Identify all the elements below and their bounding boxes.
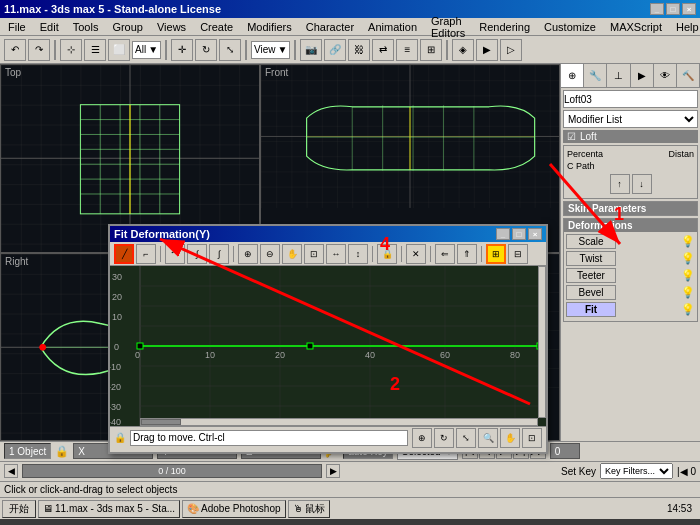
fit-fit2-icon[interactable]: ⊡ [522,428,542,448]
fit-move-icon[interactable]: ⊕ [412,428,432,448]
undo-button[interactable]: ↶ [4,39,26,61]
tab-display[interactable]: 👁 [654,64,677,87]
start-button[interactable]: 开始 [2,500,36,518]
menu-help[interactable]: Help [670,20,700,34]
taskbar-mouse[interactable]: 🖱 鼠标 [288,500,330,518]
fit-mirror-h-button[interactable]: ⇐ [435,244,455,264]
fit-dialog-close[interactable]: × [528,228,542,240]
fit-corner-button[interactable]: ⌐ [136,244,156,264]
fit-status-input[interactable] [130,430,408,446]
fit-pan-icon[interactable]: ✋ [500,428,520,448]
modifier-checkbox[interactable]: ☑ [567,131,576,142]
teeter-light-icon[interactable]: 💡 [681,269,695,282]
window-controls[interactable]: _ □ × [650,3,696,15]
rect-select-button[interactable]: ⬜ [108,39,130,61]
path-up-button[interactable]: ↑ [610,174,630,194]
skin-params-header[interactable]: Skin Parameters [564,202,697,215]
modifier-loft-item[interactable]: ☑ Loft [563,130,698,143]
fit-mirror-v-button[interactable]: ⇑ [457,244,477,264]
mirror-button[interactable]: ⇄ [372,39,394,61]
scale-button[interactable]: ⤡ [219,39,241,61]
rotate-button[interactable]: ↻ [195,39,217,61]
fit-get-shape-button[interactable]: ⊞ [486,244,506,264]
fit-rotate-icon[interactable]: ↻ [434,428,454,448]
bevel-button[interactable]: Bevel [566,285,616,300]
fit-smooth-button[interactable]: 〜 [165,244,185,264]
fit-get-path-button[interactable]: ⊟ [508,244,528,264]
move-button[interactable]: ✛ [171,39,193,61]
fit-curve-button[interactable]: ╱ [114,244,134,264]
menu-views[interactable]: Views [151,20,192,34]
menu-character[interactable]: Character [300,20,360,34]
array-button[interactable]: ⊞ [420,39,442,61]
key-filters-dropdown[interactable]: Key Filters... [600,463,673,479]
unlink-button[interactable]: ⛓ [348,39,370,61]
fit-dialog-maximize[interactable]: □ [512,228,526,240]
menu-create[interactable]: Create [194,20,239,34]
tab-motion[interactable]: ▶ [631,64,654,87]
modifier-list[interactable]: Modifier List [563,110,698,128]
tab-create[interactable]: ⊕ [561,64,584,87]
twist-light-icon[interactable]: 💡 [681,252,695,265]
fit-button-deform[interactable]: Fit [566,302,616,317]
tab-hierarchy[interactable]: ⊥ [607,64,630,87]
menu-customize[interactable]: Customize [538,20,602,34]
fit-canvas-scrollbar-v[interactable] [538,266,546,418]
teeter-button[interactable]: Teeter [566,268,616,283]
path-down-button[interactable]: ↓ [632,174,652,194]
fit-dialog-title-bar[interactable]: Fit Deformation(Y) _ □ × [110,226,546,242]
redo-button[interactable]: ↷ [28,39,50,61]
render-button[interactable]: ▶ [476,39,498,61]
tab-utilities[interactable]: 🔨 [677,64,700,87]
filter-dropdown[interactable]: All▼ [132,41,161,59]
fit-canvas-scrollbar-h[interactable] [140,418,538,426]
scale-button-deform[interactable]: Scale [566,234,616,249]
menu-group[interactable]: Group [106,20,149,34]
fit-bezier-button[interactable]: ∫ [187,244,207,264]
menu-animation[interactable]: Animation [362,20,423,34]
menu-rendering[interactable]: Rendering [473,20,536,34]
fit-scrollbar-thumb-h[interactable] [141,419,181,425]
material-editor-button[interactable]: ◈ [452,39,474,61]
fit-dialog-minimize[interactable]: _ [496,228,510,240]
fit-dialog-controls[interactable]: _ □ × [496,228,542,240]
menu-file[interactable]: File [2,20,32,34]
menu-edit[interactable]: Edit [34,20,65,34]
fit-pan-button[interactable]: ✋ [282,244,302,264]
fit-scale-icon[interactable]: ⤡ [456,428,476,448]
twist-button[interactable]: Twist [566,251,616,266]
fit-light-icon[interactable]: 💡 [681,303,695,316]
minimize-button[interactable]: _ [650,3,664,15]
menu-tools[interactable]: Tools [67,20,105,34]
maximize-button[interactable]: □ [666,3,680,15]
tab-modify[interactable]: 🔧 [584,64,607,87]
prev-frame-small[interactable]: ◀ [4,464,18,478]
taskbar-3dsmax[interactable]: 🖥 11.max - 3ds max 5 - Sta... [38,500,180,518]
select-button[interactable]: ⊹ [60,39,82,61]
fit-fit-all-button[interactable]: ⊡ [304,244,324,264]
camera-button[interactable]: 📷 [300,39,322,61]
align-button[interactable]: ≡ [396,39,418,61]
close-button[interactable]: × [682,3,696,15]
select-by-name-button[interactable]: ☰ [84,39,106,61]
progress-bar[interactable]: 0 / 100 [22,464,322,478]
object-name-field[interactable] [563,90,698,108]
bevel-light-icon[interactable]: 💡 [681,286,695,299]
fit-fit-x-button[interactable]: ↔ [326,244,346,264]
taskbar-photoshop[interactable]: 🎨 Adobe Photoshop [182,500,286,518]
scale-light-icon[interactable]: 💡 [681,235,695,248]
next-frame-small[interactable]: ▶ [326,464,340,478]
menu-maxscript[interactable]: MAXScript [604,20,668,34]
link-button[interactable]: 🔗 [324,39,346,61]
fit-zoom-in-button[interactable]: ⊕ [238,244,258,264]
view-dropdown[interactable]: View▼ [251,41,290,59]
fit-delete-button[interactable]: ✕ [406,244,426,264]
fit-zoom-icon[interactable]: 🔍 [478,428,498,448]
lock-icon[interactable]: 🔒 [55,445,69,458]
quick-render-button[interactable]: ▷ [500,39,522,61]
fit-zoom-out-button[interactable]: ⊖ [260,244,280,264]
fit-fit-y-button[interactable]: ↕ [348,244,368,264]
fit-canvas[interactable]: 30 20 10 0 -10 -20 -30 -40 0 10 20 40 60… [110,266,546,426]
deformations-header[interactable]: Deformations [564,219,697,232]
menu-modifiers[interactable]: Modifiers [241,20,298,34]
